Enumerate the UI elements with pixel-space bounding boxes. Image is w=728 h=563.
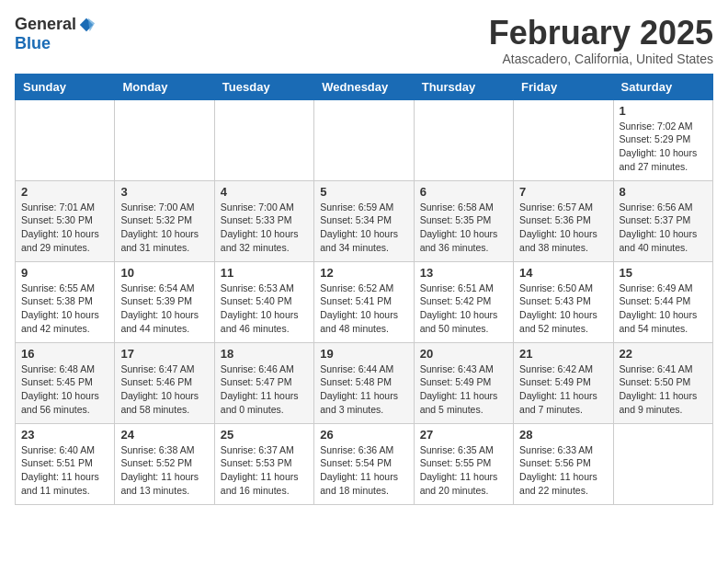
day-info: Sunrise: 7:00 AM Sunset: 5:32 PM Dayligh… <box>120 201 208 255</box>
day-info: Sunrise: 6:48 AM Sunset: 5:45 PM Dayligh… <box>21 362 108 417</box>
weekday-header-row: SundayMondayTuesdayWednesdayThursdayFrid… <box>16 74 713 99</box>
day-info: Sunrise: 6:35 AM Sunset: 5:55 PM Dayligh… <box>420 443 507 498</box>
calendar-cell: 23Sunrise: 6:40 AM Sunset: 5:51 PM Dayli… <box>16 423 115 504</box>
calendar-cell: 18Sunrise: 6:46 AM Sunset: 5:47 PM Dayli… <box>214 342 313 423</box>
logo-icon <box>78 17 95 33</box>
calendar-cell: 12Sunrise: 6:52 AM Sunset: 5:41 PM Dayli… <box>314 261 414 342</box>
day-number: 12 <box>320 266 407 280</box>
location-text: Atascadero, California, United States <box>489 52 713 66</box>
calendar-cell: 3Sunrise: 7:00 AM Sunset: 5:32 PM Daylig… <box>115 180 214 261</box>
day-number: 8 <box>620 185 707 199</box>
calendar-cell: 5Sunrise: 6:59 AM Sunset: 5:34 PM Daylig… <box>314 180 414 261</box>
calendar-cell: 6Sunrise: 6:58 AM Sunset: 5:35 PM Daylig… <box>414 180 513 261</box>
day-number: 9 <box>21 266 108 280</box>
day-info: Sunrise: 7:00 AM Sunset: 5:33 PM Dayligh… <box>221 201 308 255</box>
day-number: 6 <box>420 185 507 199</box>
day-number: 14 <box>519 266 607 280</box>
calendar-cell <box>314 99 414 180</box>
week-row-3: 9Sunrise: 6:55 AM Sunset: 5:38 PM Daylig… <box>16 261 713 342</box>
weekday-header-thursday: Thursday <box>414 74 513 99</box>
weekday-header-friday: Friday <box>514 74 613 99</box>
day-info: Sunrise: 7:02 AM Sunset: 5:29 PM Dayligh… <box>620 120 707 174</box>
calendar-cell: 7Sunrise: 6:57 AM Sunset: 5:36 PM Daylig… <box>514 180 613 261</box>
calendar-cell <box>115 99 214 180</box>
calendar-cell: 19Sunrise: 6:44 AM Sunset: 5:48 PM Dayli… <box>314 342 414 423</box>
calendar-cell <box>16 99 115 180</box>
week-row-4: 16Sunrise: 6:48 AM Sunset: 5:45 PM Dayli… <box>16 342 713 423</box>
day-number: 13 <box>420 266 507 280</box>
day-info: Sunrise: 6:33 AM Sunset: 5:56 PM Dayligh… <box>519 443 607 498</box>
weekday-header-wednesday: Wednesday <box>314 74 414 99</box>
day-number: 2 <box>21 185 108 199</box>
calendar-cell: 28Sunrise: 6:33 AM Sunset: 5:56 PM Dayli… <box>514 423 613 504</box>
logo-blue-text: Blue <box>15 34 51 53</box>
day-number: 26 <box>320 428 407 442</box>
day-info: Sunrise: 6:55 AM Sunset: 5:38 PM Dayligh… <box>21 282 108 336</box>
calendar-cell: 4Sunrise: 7:00 AM Sunset: 5:33 PM Daylig… <box>214 180 313 261</box>
day-number: 7 <box>519 185 607 199</box>
day-number: 27 <box>420 428 507 442</box>
day-info: Sunrise: 6:51 AM Sunset: 5:42 PM Dayligh… <box>420 282 507 336</box>
calendar-cell: 15Sunrise: 6:49 AM Sunset: 5:44 PM Dayli… <box>613 261 712 342</box>
day-number: 16 <box>21 347 108 361</box>
day-info: Sunrise: 6:44 AM Sunset: 5:48 PM Dayligh… <box>320 362 407 417</box>
day-info: Sunrise: 6:43 AM Sunset: 5:49 PM Dayligh… <box>420 362 507 417</box>
calendar-cell: 24Sunrise: 6:38 AM Sunset: 5:52 PM Dayli… <box>115 423 214 504</box>
day-number: 25 <box>221 428 308 442</box>
calendar-cell: 21Sunrise: 6:42 AM Sunset: 5:49 PM Dayli… <box>514 342 613 423</box>
calendar-cell: 26Sunrise: 6:36 AM Sunset: 5:54 PM Dayli… <box>314 423 414 504</box>
calendar-cell <box>414 99 513 180</box>
day-info: Sunrise: 6:46 AM Sunset: 5:47 PM Dayligh… <box>221 362 308 417</box>
calendar-cell: 22Sunrise: 6:41 AM Sunset: 5:50 PM Dayli… <box>613 342 712 423</box>
weekday-header-tuesday: Tuesday <box>214 74 313 99</box>
day-number: 19 <box>320 347 407 361</box>
day-number: 15 <box>620 266 707 280</box>
day-info: Sunrise: 7:01 AM Sunset: 5:30 PM Dayligh… <box>21 201 108 255</box>
day-number: 10 <box>120 266 208 280</box>
day-number: 22 <box>620 347 707 361</box>
week-row-2: 2Sunrise: 7:01 AM Sunset: 5:30 PM Daylig… <box>16 180 713 261</box>
day-info: Sunrise: 6:56 AM Sunset: 5:37 PM Dayligh… <box>620 201 707 255</box>
day-info: Sunrise: 6:49 AM Sunset: 5:44 PM Dayligh… <box>620 282 707 336</box>
calendar-cell: 10Sunrise: 6:54 AM Sunset: 5:39 PM Dayli… <box>115 261 214 342</box>
weekday-header-saturday: Saturday <box>613 74 712 99</box>
day-info: Sunrise: 6:52 AM Sunset: 5:41 PM Dayligh… <box>320 282 407 336</box>
page-header: General Blue February 2025 Atascadero, C… <box>15 15 713 66</box>
calendar-cell: 11Sunrise: 6:53 AM Sunset: 5:40 PM Dayli… <box>214 261 313 342</box>
day-info: Sunrise: 6:47 AM Sunset: 5:46 PM Dayligh… <box>120 362 208 417</box>
day-number: 17 <box>120 347 208 361</box>
day-info: Sunrise: 6:40 AM Sunset: 5:51 PM Dayligh… <box>21 443 108 498</box>
logo-general-text: General <box>15 15 76 34</box>
week-row-5: 23Sunrise: 6:40 AM Sunset: 5:51 PM Dayli… <box>16 423 713 504</box>
logo: General Blue <box>15 15 95 53</box>
calendar-cell: 9Sunrise: 6:55 AM Sunset: 5:38 PM Daylig… <box>16 261 115 342</box>
calendar-cell: 25Sunrise: 6:37 AM Sunset: 5:53 PM Dayli… <box>214 423 313 504</box>
calendar-cell <box>214 99 313 180</box>
day-number: 5 <box>320 185 407 199</box>
day-info: Sunrise: 6:41 AM Sunset: 5:50 PM Dayligh… <box>620 362 707 417</box>
calendar-cell: 16Sunrise: 6:48 AM Sunset: 5:45 PM Dayli… <box>16 342 115 423</box>
day-info: Sunrise: 6:42 AM Sunset: 5:49 PM Dayligh… <box>519 362 607 417</box>
weekday-header-monday: Monday <box>115 74 214 99</box>
day-info: Sunrise: 6:53 AM Sunset: 5:40 PM Dayligh… <box>221 282 308 336</box>
day-number: 21 <box>519 347 607 361</box>
calendar-cell: 27Sunrise: 6:35 AM Sunset: 5:55 PM Dayli… <box>414 423 513 504</box>
day-number: 28 <box>519 428 607 442</box>
day-number: 4 <box>221 185 308 199</box>
day-info: Sunrise: 6:54 AM Sunset: 5:39 PM Dayligh… <box>120 282 208 336</box>
calendar-cell: 1Sunrise: 7:02 AM Sunset: 5:29 PM Daylig… <box>613 99 712 180</box>
day-info: Sunrise: 6:38 AM Sunset: 5:52 PM Dayligh… <box>120 443 208 498</box>
day-info: Sunrise: 6:36 AM Sunset: 5:54 PM Dayligh… <box>320 443 407 498</box>
calendar-cell <box>613 423 712 504</box>
calendar-cell: 13Sunrise: 6:51 AM Sunset: 5:42 PM Dayli… <box>414 261 513 342</box>
day-info: Sunrise: 6:59 AM Sunset: 5:34 PM Dayligh… <box>320 201 407 255</box>
day-info: Sunrise: 6:50 AM Sunset: 5:43 PM Dayligh… <box>519 282 607 336</box>
day-number: 18 <box>221 347 308 361</box>
day-info: Sunrise: 6:58 AM Sunset: 5:35 PM Dayligh… <box>420 201 507 255</box>
weekday-header-sunday: Sunday <box>16 74 115 99</box>
day-number: 20 <box>420 347 507 361</box>
calendar-cell <box>514 99 613 180</box>
calendar-table: SundayMondayTuesdayWednesdayThursdayFrid… <box>15 74 713 505</box>
calendar-cell: 8Sunrise: 6:56 AM Sunset: 5:37 PM Daylig… <box>613 180 712 261</box>
week-row-1: 1Sunrise: 7:02 AM Sunset: 5:29 PM Daylig… <box>16 99 713 180</box>
